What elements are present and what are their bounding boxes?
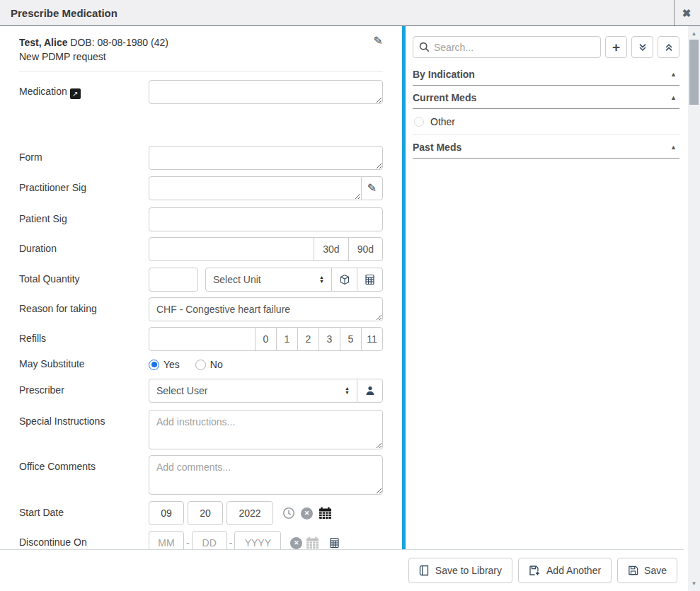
close-icon[interactable]: ✖ (678, 5, 695, 22)
select-arrows-icon: ▲▼ (319, 275, 324, 284)
refills-row: Refills 0 1 2 3 5 11 (19, 327, 383, 351)
medication-popout-icon[interactable]: ↗ (70, 88, 81, 99)
medication-row: Medication↗ (19, 80, 383, 104)
duration-90d-button[interactable]: 90d (348, 237, 383, 261)
office-comments-input[interactable] (149, 455, 383, 495)
book-icon (419, 565, 430, 576)
double-chevron-down-icon (638, 42, 648, 52)
divider (19, 71, 383, 71)
item-radio[interactable] (414, 117, 424, 127)
section-by-indication[interactable]: By Indication ▲ (413, 62, 679, 86)
section-current-meds[interactable]: Current Meds ▲ (413, 86, 679, 109)
window-scrollbar[interactable]: ▲ ▼ (688, 26, 700, 591)
add-medication-button[interactable]: + (605, 36, 627, 58)
prescriber-label: Prescriber (19, 379, 149, 403)
refills-2-button[interactable]: 2 (297, 327, 319, 351)
total-quantity-input[interactable] (149, 268, 198, 292)
substitute-yes-label: Yes (163, 359, 180, 370)
section-past-meds[interactable]: Past Meds ▲ (413, 135, 679, 159)
duration-calculator-icon[interactable] (329, 537, 340, 549)
save-icon (628, 565, 638, 576)
reason-input[interactable]: CHF - Congestive heart failure (149, 297, 383, 321)
patient-sig-input[interactable] (149, 207, 383, 231)
save-to-library-button[interactable]: Save to Library (408, 558, 512, 583)
prescriber-row: Prescriber Select User ▲▼ (19, 379, 383, 403)
edit-patient-pencil-icon[interactable]: ✎ (374, 35, 383, 47)
discontinue-month-input[interactable] (149, 531, 184, 549)
prescriber-select-value: Select User (156, 385, 207, 396)
calendar-icon[interactable] (319, 507, 332, 520)
substitute-no-label: No (210, 359, 223, 370)
calculator-icon (365, 274, 375, 285)
date-separator: - (186, 537, 190, 549)
refills-0-button[interactable]: 0 (255, 327, 277, 351)
practitioner-sig-edit-button[interactable]: ✎ (361, 176, 383, 200)
clear-date-icon[interactable]: ✕ (301, 507, 313, 520)
calendar-disabled-icon[interactable] (306, 537, 319, 549)
collapse-arrow-icon: ▲ (670, 94, 677, 101)
date-separator: - (229, 537, 233, 549)
start-year-input[interactable] (226, 501, 273, 525)
prescription-form-panel: Test, Alice DOB: 08-08-1980 (42) New PDM… (0, 26, 402, 549)
special-instructions-input[interactable] (149, 410, 383, 449)
refills-5-button[interactable]: 5 (340, 327, 362, 351)
duration-row: Duration 30d 90d (19, 237, 383, 261)
duration-input[interactable] (149, 237, 314, 261)
choose-user-button[interactable] (357, 379, 383, 403)
search-input[interactable] (434, 42, 595, 53)
start-month-input[interactable] (149, 501, 184, 525)
scroll-down-icon[interactable]: ▼ (688, 580, 700, 587)
current-meds-item-other[interactable]: Other (413, 109, 679, 135)
pencil-icon: ✎ (367, 183, 377, 194)
scrollbar-thumb[interactable] (689, 40, 699, 105)
duration-label: Duration (19, 237, 149, 261)
refills-input[interactable] (149, 327, 256, 351)
start-day-input[interactable] (188, 501, 223, 525)
save-to-library-label: Save to Library (435, 565, 502, 576)
form-input[interactable] (149, 146, 383, 170)
refills-3-button[interactable]: 3 (319, 327, 340, 351)
duration-30d-button[interactable]: 30d (314, 237, 348, 261)
collapse-all-button[interactable] (658, 36, 679, 58)
expand-all-button[interactable] (631, 36, 653, 58)
prescriber-select[interactable]: Select User ▲▼ (149, 379, 357, 403)
pdmp-request-link[interactable]: New PDMP request (19, 50, 168, 64)
clock-icon[interactable] (282, 507, 295, 520)
add-another-button[interactable]: Add Another (518, 558, 612, 583)
may-substitute-row: May Substitute Yes No (19, 352, 383, 370)
search-row: + (413, 36, 679, 58)
practitioner-sig-label: Practitioner Sig (19, 176, 149, 200)
quantity-calculator-button[interactable] (357, 268, 383, 292)
special-instructions-label: Special Instructions (19, 410, 149, 449)
clear-date-icon[interactable]: ✕ (290, 537, 302, 549)
discontinue-day-input[interactable] (192, 531, 227, 549)
save-label: Save (644, 565, 667, 576)
form-row: Form (19, 146, 383, 170)
unit-select[interactable]: Select Unit ▲▼ (205, 268, 332, 292)
patient-dob: DOB: 08-08-1980 (42) (67, 37, 168, 48)
save-button[interactable]: Save (617, 558, 677, 583)
total-quantity-label: Total Quantity (19, 268, 149, 292)
add-another-label: Add Another (546, 565, 601, 576)
patient-sig-label: Patient Sig (19, 207, 149, 231)
patient-info: Test, Alice DOB: 08-08-1980 (42) New PDM… (19, 35, 168, 64)
substitute-yes-radio[interactable] (149, 360, 159, 370)
practitioner-sig-input[interactable] (149, 176, 362, 200)
substitute-no-radio[interactable] (195, 360, 206, 370)
collapse-arrow-icon: ▲ (670, 144, 677, 151)
collapse-arrow-icon: ▲ (670, 71, 677, 78)
double-chevron-up-icon (664, 42, 674, 52)
package-lookup-button[interactable] (331, 268, 357, 292)
refills-1-button[interactable]: 1 (276, 327, 298, 351)
section-label: Current Meds (413, 92, 476, 103)
medication-library-sidebar: + By Indication ▲ Current Meds ▲ Other P… (402, 26, 684, 549)
modal-title: Prescribe Medication (11, 7, 117, 19)
practitioner-sig-row: Practitioner Sig ✎ (19, 176, 383, 200)
office-comments-label: Office Comments (19, 455, 149, 495)
discontinue-year-input[interactable] (234, 531, 281, 549)
refills-11-button[interactable]: 11 (361, 327, 383, 351)
patient-name: Test, Alice (19, 37, 67, 48)
scroll-up-icon[interactable]: ▲ (688, 30, 700, 37)
medication-input[interactable] (149, 80, 383, 104)
modal-footer: Save to Library Add Another Save (0, 549, 684, 591)
